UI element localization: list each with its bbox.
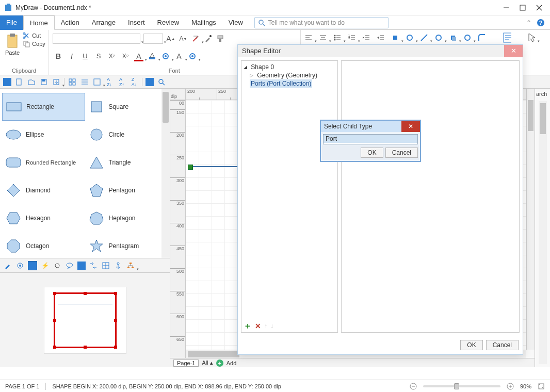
canvas-vscroll[interactable]: [526, 89, 535, 350]
bold-icon[interactable]: B: [54, 52, 63, 61]
tree-delete-icon[interactable]: ✕: [255, 322, 261, 330]
modal-option-list[interactable]: Port: [323, 134, 418, 144]
tree-geometry[interactable]: ▷ Geometry (Geometry): [244, 71, 335, 79]
add-page-label[interactable]: Add: [227, 360, 237, 366]
text-effects-icon[interactable]: A: [174, 52, 184, 61]
indent-inc-icon[interactable]: [376, 33, 385, 42]
tab-mailings[interactable]: Mailings: [185, 15, 222, 30]
gear1-icon[interactable]: [161, 52, 170, 61]
pt-edit-icon[interactable]: [3, 261, 12, 270]
shape-item-diamond[interactable]: Diamond: [2, 176, 85, 204]
qb-page-icon[interactable]: [3, 78, 11, 86]
pt-anchor-icon[interactable]: [114, 261, 123, 270]
gear3-icon[interactable]: [405, 33, 414, 42]
pt-layers-icon[interactable]: [77, 262, 86, 270]
shape-item-octagon[interactable]: Octagon: [2, 232, 85, 258]
shrink-font-icon[interactable]: A▼: [179, 34, 188, 43]
qb-sort-za2-icon[interactable]: ZA↓: [130, 77, 139, 87]
font-size-combo[interactable]: [143, 34, 163, 44]
qb-open-icon[interactable]: [27, 77, 36, 87]
pt-shape-icon[interactable]: [28, 261, 37, 270]
shape-item-rounded-rect[interactable]: Rounded Rectangle: [2, 149, 85, 176]
minimize-button[interactable]: [503, 4, 510, 11]
shape-item-ellipse[interactable]: Ellipse: [2, 121, 85, 149]
shape-item-hexagon[interactable]: Hexagon: [2, 204, 85, 232]
zoom-out-icon[interactable]: [410, 383, 417, 390]
qb-grid-icon[interactable]: [68, 77, 77, 87]
qb-save-icon[interactable]: [39, 77, 48, 87]
collapse-ribbon-icon[interactable]: ⌃: [526, 19, 531, 26]
shape-list-scrollbar[interactable]: [161, 89, 170, 258]
fit-icon[interactable]: [538, 383, 545, 390]
add-page-icon[interactable]: +: [216, 360, 223, 367]
tab-view[interactable]: View: [222, 15, 249, 30]
pointer-icon[interactable]: [527, 33, 536, 42]
copy-button[interactable]: Copy: [23, 40, 45, 47]
modal-cancel-button[interactable]: Cancel: [385, 148, 418, 158]
help-icon[interactable]: ?: [537, 19, 545, 27]
cut-button[interactable]: Cut: [23, 32, 45, 39]
qb-view-icon[interactable]: [92, 77, 102, 87]
maximize-button[interactable]: [519, 4, 526, 11]
italic-icon[interactable]: I: [67, 52, 76, 61]
tree-ports[interactable]: Ports (Port Collection): [244, 79, 335, 88]
gear2-icon[interactable]: [188, 52, 197, 61]
shape-editor-titlebar[interactable]: Shape Editor ✕: [238, 45, 523, 57]
shape-item-circle[interactable]: Circle: [85, 121, 168, 149]
align-center-icon[interactable]: [318, 33, 328, 42]
pt-org-icon[interactable]: [126, 261, 135, 270]
page-tab-1[interactable]: Page-1: [173, 360, 199, 367]
fill-icon[interactable]: [391, 33, 400, 42]
shape-item-square[interactable]: Square: [85, 93, 168, 121]
underline-icon[interactable]: U: [80, 52, 90, 61]
pt-bolt-icon[interactable]: ⚡: [40, 261, 50, 270]
shadow-icon[interactable]: [448, 33, 458, 42]
indent-dec-icon[interactable]: [362, 33, 371, 42]
close-button[interactable]: [536, 4, 543, 11]
font-combo[interactable]: [53, 34, 140, 44]
qb-export-icon[interactable]: [52, 77, 61, 87]
page-all[interactable]: All ▴: [202, 360, 213, 366]
eyedropper-icon[interactable]: [203, 34, 213, 43]
qb-search-icon[interactable]: [157, 77, 166, 87]
shape-item-heptagon[interactable]: Heptagon: [85, 204, 168, 232]
strike-icon[interactable]: S: [94, 52, 103, 61]
shape-editor-cancel[interactable]: Cancel: [486, 340, 519, 350]
zoom-slider[interactable]: [423, 385, 500, 387]
paste-button[interactable]: Paste: [4, 32, 21, 57]
shape-item-triangle[interactable]: Triangle: [85, 149, 168, 176]
font-color-icon[interactable]: A: [134, 52, 143, 61]
superscript-icon[interactable]: X2: [121, 52, 130, 61]
tab-home[interactable]: Home: [23, 15, 55, 30]
qb-sort-za-icon[interactable]: AZ↑: [117, 77, 126, 87]
tellme-search[interactable]: Tell me what you want to do: [254, 17, 389, 28]
box-icon[interactable]: [502, 33, 511, 42]
shape-item-pentagram[interactable]: Pentagram: [85, 232, 168, 258]
line-icon[interactable]: [419, 33, 429, 42]
tree-up-icon[interactable]: ↑: [264, 322, 267, 330]
clear-format-icon[interactable]: [191, 34, 200, 43]
tree-down-icon[interactable]: ↓: [270, 322, 273, 330]
pt-link-icon[interactable]: [53, 261, 62, 270]
pt-visible-icon[interactable]: [15, 261, 25, 270]
subscript-icon[interactable]: X2: [107, 52, 117, 61]
zoom-in-icon[interactable]: [507, 383, 514, 390]
modal-close-button[interactable]: ✕: [401, 121, 420, 132]
modal-option-port[interactable]: Port: [323, 135, 417, 143]
highlight-icon[interactable]: [148, 52, 157, 61]
align-left-icon[interactable]: [304, 33, 313, 42]
tab-review[interactable]: Review: [151, 15, 186, 30]
tab-arrange[interactable]: Arrange: [86, 15, 122, 30]
qb-new-icon[interactable]: [14, 77, 24, 87]
tree-root[interactable]: ◢ Shape 0: [244, 63, 335, 71]
tree-add-icon[interactable]: ＋: [244, 321, 252, 332]
modal-ok-button[interactable]: OK: [361, 148, 383, 158]
shape-item-rectangle[interactable]: Rectangle: [2, 93, 85, 121]
gear4-icon[interactable]: [434, 33, 443, 42]
gear5-icon[interactable]: [463, 33, 472, 42]
qb-list-icon[interactable]: [80, 77, 89, 87]
format-painter-icon[interactable]: [216, 34, 225, 43]
dialog-close-button[interactable]: ✕: [504, 45, 523, 57]
tab-action[interactable]: Action: [55, 15, 86, 30]
pt-comment-icon[interactable]: [65, 261, 74, 270]
